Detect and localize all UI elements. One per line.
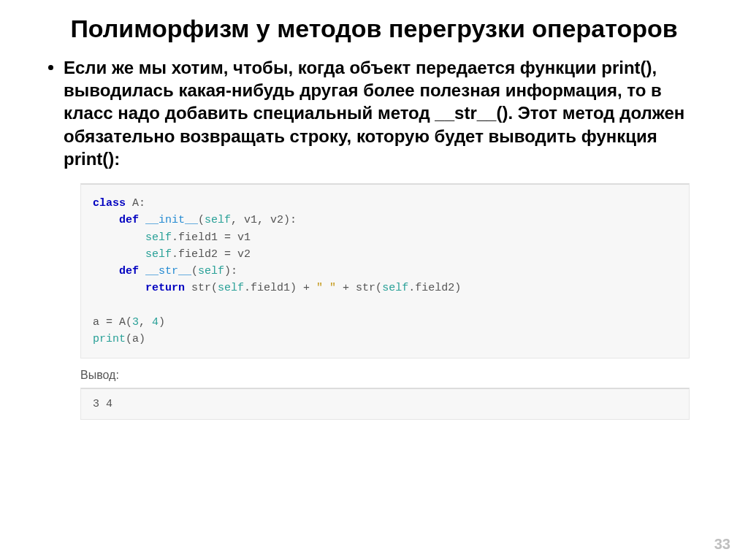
kw-self: self [198, 265, 224, 277]
output-block: 3 4 [80, 388, 690, 420]
number: 3 [132, 316, 139, 329]
code-text: .field1 = v1 [172, 231, 251, 244]
code-text: .field2) [408, 282, 461, 294]
builtin: print [93, 333, 126, 345]
code-text: ( [191, 265, 198, 277]
kw-self: self [93, 231, 172, 244]
code-text: a = A( [93, 316, 132, 329]
code-text: ): [224, 265, 237, 277]
kw-return: return [93, 282, 185, 294]
code-block: class A: def __init__(self, v1, v2): sel… [80, 183, 690, 358]
output-label: Вывод: [80, 369, 690, 382]
kw-def: def [93, 214, 139, 226]
code-text: ) [159, 316, 165, 329]
code-text: A: [126, 197, 145, 210]
code-text: + str( [336, 282, 382, 294]
fn-name: __str__ [139, 265, 191, 277]
code-text: .field2 = v2 [172, 248, 251, 261]
code-text: ( [198, 214, 205, 226]
paragraph-text: Если же мы хотим, чтобы, когда объект пе… [64, 56, 704, 170]
code-text: str( [185, 282, 218, 294]
kw-self: self [205, 214, 231, 226]
number: 4 [152, 316, 159, 329]
bullet-icon [48, 65, 53, 70]
code-text: (a) [126, 333, 145, 345]
code-text: .field1) + [244, 282, 316, 294]
bullet-item: Если же мы хотим, чтобы, когда объект пе… [48, 56, 704, 170]
code-text: , v1, v2): [231, 214, 297, 226]
kw-def: def [93, 265, 139, 277]
code-text: , [139, 316, 152, 329]
fn-name: __init__ [139, 214, 198, 226]
string-literal: " " [316, 282, 336, 294]
slide-title: Полиморфизм у методов перегрузки операто… [44, 15, 704, 43]
kw-self: self [93, 248, 172, 261]
kw-class: class [93, 197, 126, 210]
kw-self: self [382, 282, 408, 294]
page-number: 33 [714, 536, 730, 553]
kw-self: self [218, 282, 244, 294]
